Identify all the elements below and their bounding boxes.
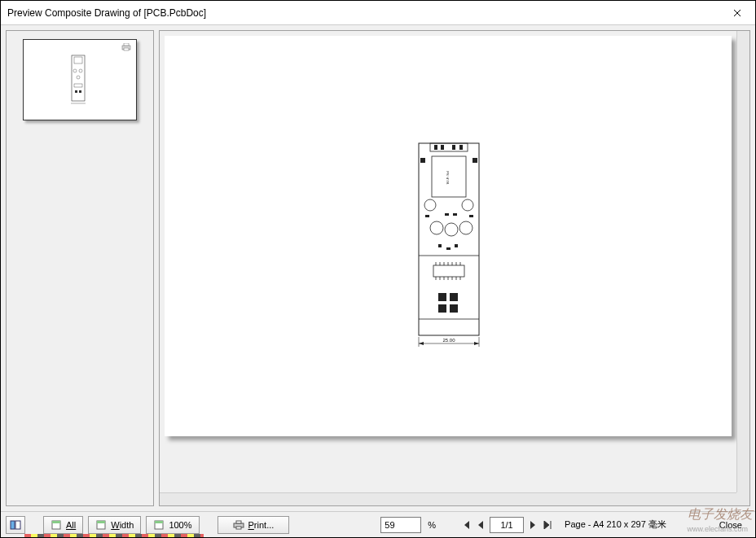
svg-point-6 xyxy=(79,69,82,72)
svg-marker-59 xyxy=(474,342,479,345)
svg-rect-70 xyxy=(236,527,241,529)
thumbnails-icon xyxy=(10,520,21,530)
svg-rect-50 xyxy=(438,293,446,301)
dimension-text: 25.00 xyxy=(442,338,455,343)
page-icon xyxy=(153,520,165,530)
svg-rect-30 xyxy=(453,213,457,216)
svg-rect-63 xyxy=(52,521,60,523)
preview-page: Wi-Fi Sol xyxy=(165,36,732,436)
vertical-scrollbar[interactable] xyxy=(736,31,749,492)
svg-rect-29 xyxy=(445,213,449,216)
svg-rect-20 xyxy=(420,158,425,163)
svg-point-23 xyxy=(462,199,473,211)
hundred-label: 100% xyxy=(169,520,191,530)
svg-point-5 xyxy=(73,69,77,72)
print-button[interactable]: Print... xyxy=(218,516,290,534)
last-icon xyxy=(543,521,552,529)
pcb-drawing: Wi-Fi Sol xyxy=(414,142,486,353)
svg-rect-28 xyxy=(469,215,473,217)
svg-marker-58 xyxy=(419,342,424,345)
svg-rect-3 xyxy=(72,55,85,101)
svg-rect-67 xyxy=(155,521,163,523)
svg-text:Wi-Fi Sol: Wi-Fi Sol xyxy=(446,171,450,184)
width-label-rest: idth xyxy=(120,520,134,530)
svg-rect-33 xyxy=(446,247,451,250)
zoom-unit: % xyxy=(428,520,436,530)
prev-icon xyxy=(477,521,484,529)
content-area: Wi-Fi Sol xyxy=(1,25,755,511)
thumbnail-panel[interactable] xyxy=(6,30,154,506)
zoom-input[interactable] xyxy=(380,517,421,533)
print-label-rest: rint... xyxy=(254,520,274,530)
fit-all-button[interactable]: All xyxy=(43,516,83,534)
svg-rect-27 xyxy=(425,215,429,217)
page-info: Page - A4 210 x 297 毫米 xyxy=(565,518,666,531)
svg-rect-1 xyxy=(124,43,129,46)
svg-rect-14 xyxy=(434,145,437,150)
page-icon xyxy=(51,520,62,530)
thumbnail-page-1[interactable] xyxy=(23,39,137,120)
scrollbar-corner xyxy=(736,492,749,505)
svg-point-26 xyxy=(459,221,472,234)
printer-icon xyxy=(121,43,131,51)
svg-point-24 xyxy=(430,221,443,234)
preview-panel[interactable]: Wi-Fi Sol xyxy=(159,30,750,506)
window-title: Preview Composite Drawing of [PCB.PcbDoc… xyxy=(7,7,206,19)
svg-rect-31 xyxy=(438,244,442,247)
svg-rect-61 xyxy=(15,521,20,529)
svg-rect-53 xyxy=(450,304,458,313)
svg-rect-4 xyxy=(74,57,82,63)
svg-point-25 xyxy=(445,223,458,236)
svg-point-22 xyxy=(424,199,436,211)
svg-rect-51 xyxy=(450,293,458,301)
svg-rect-32 xyxy=(455,244,458,247)
prev-page-button[interactable] xyxy=(475,518,486,531)
first-icon xyxy=(461,521,471,529)
close-icon xyxy=(733,9,741,17)
next-page-button[interactable] xyxy=(527,518,538,531)
page-icon xyxy=(95,520,107,530)
svg-rect-2 xyxy=(124,48,129,50)
last-page-button[interactable] xyxy=(542,518,553,531)
thumbnails-toggle-button[interactable] xyxy=(6,516,25,534)
next-icon xyxy=(530,521,536,529)
thumbnail-pcb-icon xyxy=(71,55,86,105)
svg-rect-9 xyxy=(75,90,77,93)
titlebar: Preview Composite Drawing of [PCB.PcbDoc… xyxy=(1,1,755,25)
svg-rect-17 xyxy=(459,145,463,150)
svg-rect-8 xyxy=(74,84,82,87)
svg-rect-69 xyxy=(236,521,241,523)
horizontal-scrollbar[interactable] xyxy=(160,492,736,505)
svg-rect-35 xyxy=(433,265,464,277)
svg-rect-21 xyxy=(472,158,477,163)
page-nav xyxy=(460,517,553,533)
fit-width-button[interactable]: Width xyxy=(88,516,141,534)
svg-rect-10 xyxy=(79,90,81,93)
svg-rect-15 xyxy=(441,145,444,150)
page-input[interactable] xyxy=(490,517,524,533)
all-label: All xyxy=(66,520,76,530)
svg-rect-60 xyxy=(11,521,15,529)
window-close-button[interactable] xyxy=(719,1,755,24)
printer-icon xyxy=(233,520,244,530)
close-button[interactable]: Close xyxy=(711,518,750,532)
first-page-button[interactable] xyxy=(460,518,472,531)
svg-point-7 xyxy=(77,76,80,79)
svg-rect-16 xyxy=(452,145,455,150)
svg-rect-52 xyxy=(438,304,446,313)
zoom-100-button[interactable]: 100% xyxy=(146,516,199,534)
decorative-strip xyxy=(24,534,204,537)
svg-rect-65 xyxy=(97,521,105,523)
